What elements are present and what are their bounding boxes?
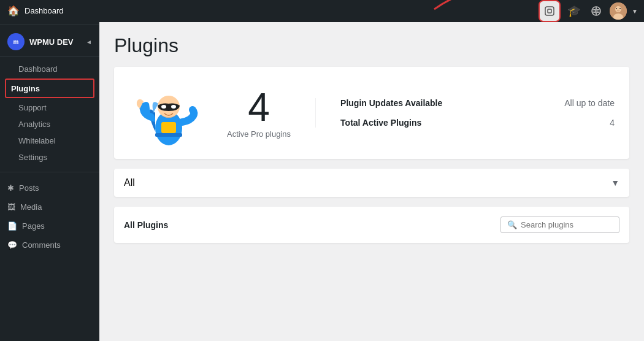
sidebar-item-dashboard-top[interactable]: 🏠 Dashboard [0, 0, 99, 21]
svg-rect-16 [155, 133, 182, 137]
wpmu-brand-row[interactable]: m WPMU DEV ◄ [0, 27, 99, 57]
hub-icon-container [539, 0, 561, 22]
svg-point-9 [616, 8, 617, 9]
graduation-icon[interactable]: 🎓 [565, 2, 583, 20]
active-plugins-label: Active Pro plugins [227, 129, 291, 139]
plugin-updates-value: All up to date [564, 98, 615, 108]
top-bar: 🎓 ▼ [99, 0, 644, 22]
total-active-label: Total Active Plugins [340, 118, 421, 128]
filter-chevron-icon: ▼ [611, 178, 619, 188]
plugins-section-header: All Plugins 🔍 [124, 216, 619, 233]
sidebar-item-pages[interactable]: 📄 Pages [0, 216, 99, 236]
sidebar-item-posts[interactable]: ✱ Posts [0, 178, 99, 197]
hub-svg-icon [544, 6, 555, 17]
filter-dropdown[interactable]: All ▼ [114, 169, 629, 197]
sidebar-item-whitelabel[interactable]: Whitelabel [0, 132, 99, 149]
stats-number-section: 4 Active Pro plugins [227, 88, 291, 139]
hub-icon-button[interactable] [539, 0, 561, 22]
main-content: 🎓 ▼ Plugins [99, 0, 644, 341]
user-dropdown-arrow[interactable]: ▼ [632, 8, 638, 15]
total-active-row: Total Active Plugins 4 [340, 118, 615, 128]
total-active-value: 4 [610, 118, 615, 128]
page-title: Plugins [114, 34, 629, 57]
sidebar-item-pages-label: Pages [22, 221, 45, 231]
dashboard-icon: 🏠 [7, 5, 20, 17]
sidebar-item-settings[interactable]: Settings [0, 149, 99, 166]
sidebar-item-comments-label: Comments [22, 240, 61, 250]
svg-rect-2 [545, 7, 554, 15]
sidebar-divider [0, 24, 99, 25]
sidebar-item-analytics[interactable]: Analytics [0, 116, 99, 132]
plugin-updates-label: Plugin Updates Available [340, 98, 442, 108]
pages-icon: 📄 [7, 221, 17, 231]
wpmu-brand-label: WPMU DEV [29, 37, 81, 47]
svg-rect-15 [161, 122, 176, 133]
sidebar-item-media-label: Media [20, 202, 42, 212]
svg-text:m: m [13, 39, 19, 45]
filter-value: All [124, 177, 135, 188]
brand-arrow-icon: ◄ [86, 39, 92, 45]
media-icon: 🖼 [7, 202, 15, 212]
comments-icon: 💬 [7, 240, 17, 250]
search-box[interactable]: 🔍 [500, 216, 619, 233]
user-avatar[interactable] [610, 2, 627, 20]
globe-icon[interactable] [588, 2, 605, 20]
posts-icon: ✱ [7, 183, 14, 193]
search-icon: 🔍 [507, 220, 517, 229]
sidebar-item-plugins-label: Plugins [11, 84, 40, 93]
svg-rect-3 [548, 9, 551, 13]
search-input[interactable] [521, 220, 613, 229]
wpmu-section: Dashboard Plugins Support Analytics Whit… [0, 57, 99, 169]
plugins-section: All Plugins 🔍 [114, 207, 629, 243]
svg-point-13 [161, 105, 166, 109]
sidebar-item-media[interactable]: 🖼 Media [0, 197, 99, 216]
page-content: Plugins [99, 22, 644, 341]
hero-image [129, 79, 202, 147]
plugin-updates-row: Plugin Updates Available All up to date [340, 98, 615, 108]
plugins-section-title: All Plugins [124, 220, 168, 230]
active-plugins-count: 4 [248, 88, 270, 127]
sidebar: 🏠 Dashboard m WPMU DEV ◄ Dashboard Plugi… [0, 0, 99, 341]
sidebar-item-support[interactable]: Support [0, 99, 99, 116]
sidebar-item-comments[interactable]: 💬 Comments [0, 236, 99, 255]
sidebar-item-dashboard-top-label: Dashboard [25, 6, 64, 15]
stats-details: Plugin Updates Available All up to date … [315, 98, 615, 128]
sidebar-divider-2 [0, 172, 99, 172]
superhero-illustration [129, 79, 202, 147]
stats-card: 4 Active Pro plugins Plugin Updates Avai… [114, 67, 629, 159]
avatar-svg [610, 2, 627, 20]
sidebar-item-posts-label: Posts [19, 183, 39, 193]
svg-point-7 [615, 6, 621, 12]
wpmu-icon: m [7, 33, 25, 50]
svg-point-10 [619, 8, 621, 9]
svg-point-14 [171, 105, 176, 109]
wp-section: ✱ Posts 🖼 Media 📄 Pages 💬 Comments [0, 175, 99, 258]
sidebar-item-dashboard[interactable]: Dashboard [0, 61, 99, 77]
sidebar-item-plugins[interactable]: Plugins [5, 79, 94, 98]
